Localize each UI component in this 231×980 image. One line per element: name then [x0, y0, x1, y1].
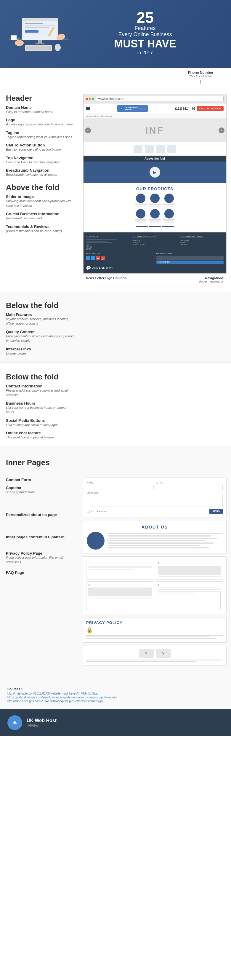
newsletter-annotation-label: News Letter Sign Up Form [86, 276, 127, 280]
newsletter-input[interactable] [157, 256, 224, 260]
business-hours-desc: List your correct business hours or supp… [6, 406, 76, 415]
googleplus-icon[interactable]: g+ [101, 256, 105, 260]
testimonials-annotation: Testimonials & Reviews (video testimonia… [6, 224, 76, 233]
mock-video: ▶ [84, 162, 226, 183]
f-pattern-annotation: Inner pages content in F pattern [6, 535, 76, 539]
slider-prev-arrow[interactable]: ‹ [85, 127, 91, 134]
mock-features-row [84, 142, 226, 156]
tagline-title: Tagline [6, 130, 76, 135]
social-media-desc: Link to company social media pages [6, 423, 76, 427]
inner-pages-mock: NAME EMAIL MESSAGE I'm not a robot SE [80, 474, 231, 672]
below-fold2-section: Below the fold Contact Information Physi… [0, 362, 231, 446]
about-us-title: Personalized about us page [6, 512, 76, 517]
footer-hours-title: BUSINESS HOURS [133, 235, 177, 238]
privacy-line-1 [86, 635, 223, 636]
form-message-textarea[interactable] [87, 495, 223, 507]
source-link-1[interactable]: http://mashable.com/2012/02/09/website-m… [7, 692, 224, 695]
contact-form-annotation: Contact Form [6, 477, 76, 482]
youtube-icon[interactable]: ▶ [96, 256, 100, 260]
product-item-2 [149, 194, 161, 207]
product-item-3 [163, 194, 175, 207]
source-link-2[interactable]: https://justaddcontent.com/small-busines… [7, 696, 224, 699]
svg-rect-9 [36, 43, 44, 44]
product-line-7 [135, 220, 147, 221]
f-lines-3a [88, 598, 152, 598]
captcha-label: I'm not a robot [91, 510, 106, 513]
quality-content-title: Quality Content [6, 329, 76, 334]
form-name-email-row: NAME EMAIL [87, 481, 223, 490]
facebook-icon[interactable]: f [86, 256, 90, 260]
brand-logo [7, 715, 22, 730]
product-line-3 [149, 204, 161, 205]
quality-content-desc: Engaging content which describes your pr… [6, 334, 76, 343]
product-line-9 [149, 220, 161, 221]
contact-info-title: Contact Information [6, 384, 76, 388]
f-cell-1: 1 [86, 560, 154, 579]
svg-rect-16 [11, 36, 17, 40]
live-chat: 💬 JOIN LIVE CHAT [86, 266, 224, 270]
privacy-mock: PRIVACY POLICY 🔒 [83, 617, 226, 643]
tagline-mock: Tagline [139, 107, 146, 110]
svg-point-21 [13, 721, 16, 724]
navigation-annotation: Navigations Footer navigations [199, 276, 224, 283]
phone-arrow-icon: ↓ [188, 78, 213, 85]
f-lines-1c [88, 569, 133, 570]
online-chat-desc: This would be an optional feature [6, 435, 76, 440]
top-nav-desc: Clear and Easy to read top navigation [6, 160, 76, 164]
inner-pages-heading: Inner Pages [6, 458, 225, 467]
product-circle-1 [136, 194, 146, 203]
product-circle-2 [150, 194, 160, 203]
send-button[interactable]: SEND [209, 509, 223, 514]
captcha-checkbox[interactable] [87, 510, 90, 513]
captcha-field: I'm not a robot [87, 510, 106, 513]
hamburger-icon[interactable] [86, 107, 90, 110]
products-title: OUR PRODUCTS [86, 186, 224, 191]
main-features-desc: of your product, services, business loca… [6, 317, 76, 326]
slider-annotation: Slider or Image Showing most important s… [6, 194, 76, 208]
twitter-icon[interactable]: t [91, 256, 95, 260]
f-lines-4c [158, 591, 219, 592]
source-link-3[interactable]: http://shortiedesigns.com/2014/03/10-top… [7, 700, 224, 703]
cta-button[interactable]: CALL TO ACTION [197, 106, 224, 111]
mock-logo: UK Web HostReview Tagline [117, 105, 148, 112]
below-fold2-heading: Below the fold [6, 372, 76, 382]
internal-links-title: Internal Links [6, 347, 76, 351]
online-chat-annotation: Online chat feature This would be an opt… [6, 431, 76, 440]
header-heading: Header [6, 94, 76, 103]
form-email-field: EMAIL [156, 481, 223, 490]
inner-pages-annotations: Contact Form Captcha or anti spam featur… [0, 474, 80, 672]
product-line-4 [150, 206, 160, 207]
feature-box-2 [145, 145, 154, 153]
privacy-mock-title: PRIVACY POLICY [86, 620, 223, 625]
above-fold-bar-label: Above the fold [144, 157, 165, 161]
f-lines-1a [88, 566, 152, 567]
form-email-input[interactable] [156, 485, 223, 490]
above-fold-bar: Above the fold [84, 156, 226, 162]
brand-tagline: Review [27, 723, 57, 727]
mock-logo-box: UK Web HostReview Tagline [117, 105, 148, 112]
captcha-annotation: Captcha or anti spam feature [6, 485, 76, 495]
hero-year: in 2017 [71, 50, 219, 56]
browser-url[interactable]: www.website.com [96, 96, 224, 101]
tagline-desc: Tagline representing what your business … [6, 135, 76, 139]
sources-label: Sources : [7, 687, 224, 691]
f-num-4: 4 [158, 583, 222, 586]
product-line-8 [135, 221, 146, 223]
product-line-12 [164, 221, 174, 223]
live-chat-text[interactable]: JOIN LIVE CHAT [92, 266, 113, 269]
footer-row2: FOLLOW US f t ▶ g+ NEWSLETTER SUBSCRIBE [86, 252, 224, 264]
slider-next-arrow[interactable]: › [218, 127, 225, 134]
svg-rect-2 [22, 18, 58, 21]
below-fold1-content: Below the fold Main Features of your pro… [0, 298, 231, 359]
video-play-button[interactable]: ▶ [150, 167, 160, 178]
captcha-title: Captcha [6, 485, 76, 490]
brand-name: UK Web Host [27, 718, 57, 723]
f-scrollbar[interactable] [220, 591, 221, 609]
brand-footer: UK Web Host Review [0, 710, 231, 736]
link-line-2 [149, 226, 161, 227]
testimonials-title: Testimonials & Reviews [6, 224, 76, 229]
form-name-input[interactable] [87, 485, 154, 490]
breadcrumb-annotation: Breadcrumb Navigation Breadcrumb navigat… [6, 168, 76, 177]
feature-box-1 [134, 145, 142, 153]
newsletter-btn[interactable]: SUBSCRIBE [157, 261, 224, 264]
